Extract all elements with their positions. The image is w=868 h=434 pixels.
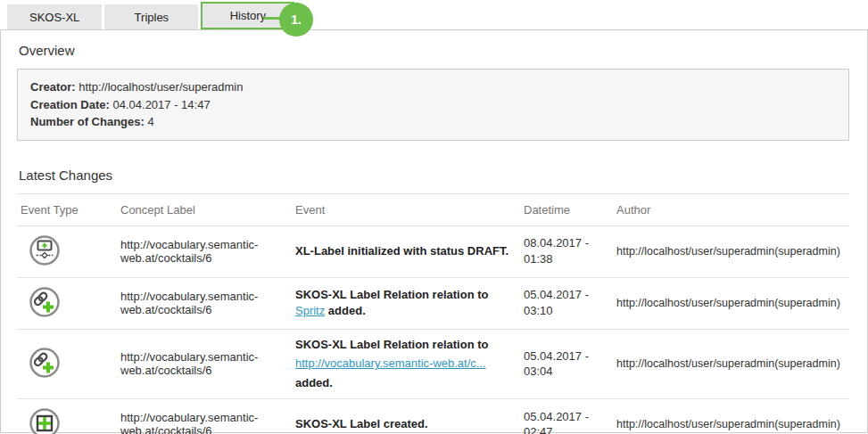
datetime-cell: 08.04.2017 - 01:38 — [520, 225, 613, 277]
event-text: XL-Label initialized with status DRAFT. — [295, 244, 508, 258]
number-of-changes-label: Number of Changes: — [30, 115, 145, 128]
history-page: SKOS-XL Triples History 1. Overview Crea… — [0, 0, 868, 434]
table-row: http://vocabulary.semantic-web.at/cockta… — [17, 225, 849, 277]
overview-creator-line: Creator: http://localhost/user/superadmi… — [30, 78, 836, 96]
datetime-value: 08.04.2017 - 01:38 — [524, 235, 590, 266]
event-text: SKOS-XL Label created. — [295, 417, 428, 430]
concept-label-cell: http://vocabulary.semantic-web.at/cockta… — [117, 225, 292, 277]
event-text: SKOS-XL Label Relation relation to — [295, 288, 488, 301]
number-of-changes-value: 4 — [147, 115, 153, 128]
event-cell: XL-Label initialized with status DRAFT. — [292, 225, 520, 277]
table-row: http://vocabulary.semantic-web.at/cockta… — [17, 398, 849, 434]
tab-bar: SKOS-XL Triples History 1. — [0, 0, 868, 29]
event-type-cell — [17, 225, 117, 277]
author-cell: http://localhost/user/superadmin(superad… — [613, 277, 849, 329]
concept-label-cell: http://vocabulary.semantic-web.at/cockta… — [117, 398, 292, 434]
column-header-event-type: Event Type — [17, 193, 117, 225]
annotation-step-badge: 1. — [279, 3, 313, 37]
latest-changes-heading: Latest Changes — [19, 168, 849, 183]
creator-value: http://localhost/user/superadmin — [79, 80, 243, 94]
overview-heading: Overview — [19, 43, 849, 58]
xl-label-initialized-icon — [28, 233, 62, 267]
history-table-body: http://vocabulary.semantic-web.at/cockta… — [17, 225, 849, 434]
author-cell: http://localhost/user/superadmin(superad… — [613, 329, 849, 398]
concept-label-cell: http://vocabulary.semantic-web.at/cockta… — [117, 329, 292, 398]
column-header-concept-label: Concept Label — [117, 193, 292, 225]
event-cell: SKOS-XL Label Relation relation to http:… — [292, 329, 520, 398]
event-cell: SKOS-XL Label created. — [292, 398, 520, 434]
tab-skos-xl[interactable]: SKOS-XL — [7, 4, 102, 29]
event-type-cell — [17, 398, 117, 434]
tab-triples[interactable]: Triples — [104, 4, 198, 29]
history-panel: Overview Creator: http://localhost/user/… — [0, 29, 868, 433]
datetime-cell: 05.04.2017 - 03:10 — [520, 277, 613, 329]
overview-creation-date-line: Creation Date: 04.04.2017 - 14:47 — [30, 96, 836, 114]
relation-added-icon — [28, 285, 62, 319]
datetime-value: 05.04.2017 - 03:04 — [524, 348, 590, 380]
datetime-value: 05.04.2017 - 03:10 — [524, 287, 590, 318]
table-row: http://vocabulary.semantic-web.at/cockta… — [17, 277, 849, 329]
concept-label-cell: http://vocabulary.semantic-web.at/cockta… — [117, 277, 292, 329]
author-cell: http://localhost/user/superadmin(superad… — [613, 225, 849, 277]
creator-label: Creator: — [30, 80, 76, 94]
overview-number-of-changes-line: Number of Changes: 4 — [30, 113, 836, 131]
datetime-cell: 05.04.2017 - 03:04 — [520, 329, 613, 398]
datetime-value: 05.04.2017 - 02:47 — [524, 409, 590, 434]
event-link[interactable]: http://vocabulary.semantic-web.at/c... — [295, 352, 508, 375]
relation-added-icon — [28, 346, 62, 380]
author-cell: http://localhost/user/superadmin(superad… — [613, 398, 849, 434]
creation-date-value: 04.04.2017 - 14:47 — [112, 98, 210, 111]
latest-changes-table: Event TypeConcept LabelEventDatetimeAuth… — [17, 193, 849, 434]
event-text: SKOS-XL Label Relation relation to — [295, 338, 488, 351]
table-header-row: Event TypeConcept LabelEventDatetimeAuth… — [17, 193, 849, 225]
label-created-icon — [28, 406, 62, 434]
event-link[interactable]: Spritz — [295, 304, 325, 317]
event-type-cell — [17, 329, 117, 398]
event-type-cell — [17, 277, 117, 329]
overview-info-box: Creator: http://localhost/user/superadmi… — [17, 69, 849, 141]
column-header-event: Event — [292, 193, 520, 225]
event-text: added. — [325, 304, 366, 317]
annotation-connector-line — [263, 17, 281, 20]
column-header-datetime: Datetime — [520, 193, 613, 225]
datetime-cell: 05.04.2017 - 02:47 — [520, 398, 613, 434]
event-cell: SKOS-XL Label Relation relation to Sprit… — [292, 277, 520, 329]
creation-date-label: Creation Date: — [30, 98, 110, 111]
event-text: added. — [295, 376, 333, 389]
table-row: http://vocabulary.semantic-web.at/cockta… — [17, 329, 849, 398]
column-header-author: Author — [613, 193, 849, 225]
